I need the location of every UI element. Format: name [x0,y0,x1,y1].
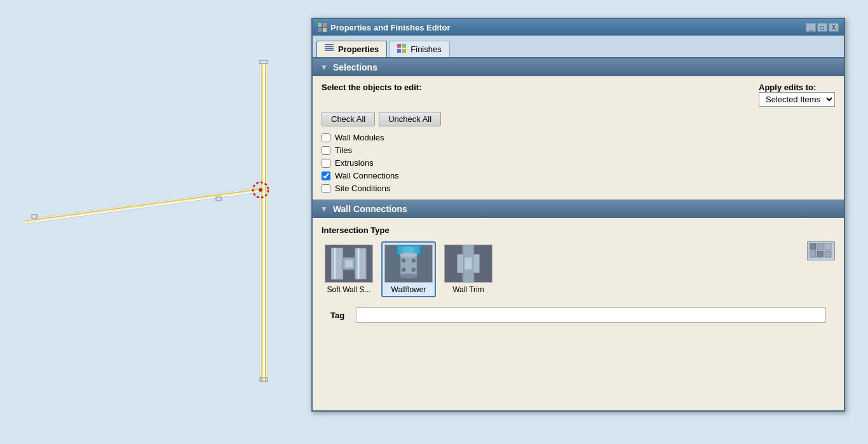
svg-rect-33 [345,260,353,267]
app-icon [318,23,327,32]
svg-rect-2 [261,64,262,381]
selections-content: Select the objects to edit: Apply edits … [313,76,844,199]
intersection-type-label: Intersection Type [322,225,835,235]
svg-rect-25 [402,49,406,53]
properties-tab-icon [325,44,335,55]
tag-label: Tag [330,311,349,320]
svg-rect-3 [265,64,266,381]
canvas-area [0,0,311,444]
apply-edits-group: Apply edits to: Selected Items [759,83,835,107]
window-controls[interactable]: _ □ X [806,23,839,32]
title-bar: Properties and Finishes Editor _ □ X [313,19,844,36]
svg-rect-50 [473,254,480,272]
tag-input[interactable] [356,307,826,323]
svg-point-11 [259,188,262,192]
wall-connections-label: Wall Connections [335,171,399,180]
checkbox-item-extrusions: Extrusions [322,158,835,168]
svg-rect-22 [397,44,401,48]
intersection-item-wallflower[interactable]: Wallflower [381,241,436,297]
apply-edits-label: Apply edits to: [759,83,835,92]
finishes-tab-label: Finishes [410,44,441,54]
extrusions-label: Extrusions [335,158,374,168]
selections-title: Selections [333,62,377,72]
checkbox-list: Wall Modules Tiles Extrusions Wall Conne… [322,133,835,193]
check-buttons-row: Check All Uncheck All [322,112,835,126]
svg-rect-15 [323,23,327,27]
svg-rect-1 [260,64,268,381]
svg-rect-31 [358,248,360,279]
site-conditions-checkbox[interactable] [322,184,330,193]
svg-rect-53 [817,243,824,250]
svg-rect-23 [402,44,406,48]
svg-rect-24 [397,49,401,53]
intersection-item-wall-trim[interactable]: Wall Trim [441,241,496,297]
properties-panel: Properties and Finishes Editor _ □ X Pro… [311,18,845,412]
svg-rect-30 [355,248,367,279]
tab-properties[interactable]: Properties [316,41,387,57]
tab-finishes[interactable]: Finishes [389,41,449,57]
wall-connections-content: Intersection Type [313,218,844,330]
checkbox-item-wall-modules: Wall Modules [322,133,835,142]
svg-point-44 [402,268,405,272]
selections-section-header: ▼ Selections [313,58,844,76]
svg-rect-21 [325,50,334,51]
grid-view-button[interactable] [807,241,835,260]
svg-rect-17 [323,28,327,32]
apply-edits-dropdown[interactable]: Selected Items [759,92,835,107]
tabs-bar: Properties Finishes [313,36,844,58]
svg-rect-20 [325,48,334,49]
minimize-button[interactable]: _ [806,23,816,32]
svg-rect-19 [325,46,334,47]
wall-connections-checkbox[interactable] [322,172,330,180]
svg-rect-29 [334,248,336,279]
wall-trim-image [444,245,492,283]
site-conditions-label: Site Conditions [335,184,390,193]
wall-connections-arrow-icon[interactable]: ▼ [320,205,328,213]
svg-rect-52 [810,243,816,250]
intersection-item-soft-wall[interactable]: Soft Wall S... [322,241,376,297]
check-all-button[interactable]: Check All [322,112,375,126]
svg-point-42 [402,259,405,262]
intersection-items: Soft Wall S... [322,241,835,297]
extrusions-checkbox[interactable] [322,159,330,168]
wall-connections-section-header: ▼ Wall Connections [313,200,844,218]
tiles-label: Tiles [335,145,352,155]
svg-rect-16 [318,28,322,32]
svg-rect-51 [465,257,472,269]
finishes-tab-icon [397,44,407,55]
soft-wall-image [325,245,373,283]
soft-wall-label: Soft Wall S... [327,285,371,294]
svg-rect-54 [825,243,831,250]
apply-edits-select[interactable]: Selected Items [759,92,835,107]
svg-rect-56 [817,251,824,257]
checkbox-item-site-conditions: Site Conditions [322,184,835,193]
select-objects-label: Select the objects to edit: [322,83,421,92]
wall-trim-label: Wall Trim [452,285,484,294]
svg-rect-49 [457,254,463,272]
svg-point-45 [412,268,416,272]
wall-illustration [0,0,311,444]
wallflower-image [384,245,433,283]
window-title: Properties and Finishes Editor [330,23,451,32]
wall-modules-label: Wall Modules [335,133,384,142]
checkbox-item-wall-connections: Wall Connections [322,171,835,180]
wall-connections-title: Wall Connections [333,204,407,214]
svg-rect-27 [332,248,343,279]
svg-point-41 [400,274,417,279]
svg-rect-18 [325,44,334,45]
uncheck-all-button[interactable]: Uncheck All [379,112,441,126]
svg-rect-57 [825,251,831,257]
checkbox-item-tiles: Tiles [322,145,835,155]
maximize-button[interactable]: □ [817,23,827,32]
close-button[interactable]: X [829,23,839,32]
wall-modules-checkbox[interactable] [322,133,330,142]
properties-tab-label: Properties [338,44,379,54]
svg-rect-14 [318,23,322,27]
tag-row: Tag [322,307,835,323]
svg-point-40 [400,252,417,257]
svg-rect-55 [810,251,816,257]
svg-point-43 [412,259,416,262]
tiles-checkbox[interactable] [322,146,330,155]
wallflower-label: Wallflower [391,285,426,294]
selections-arrow-icon[interactable]: ▼ [320,63,328,72]
